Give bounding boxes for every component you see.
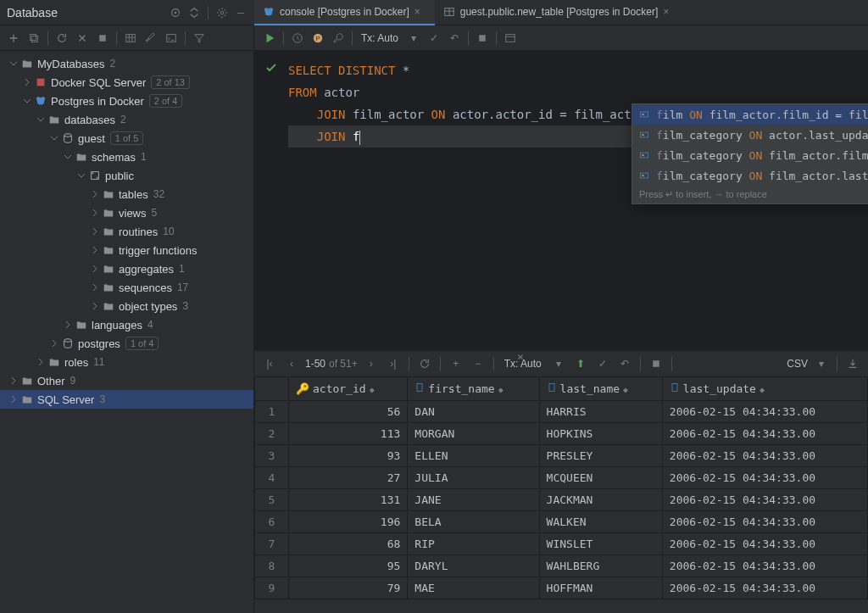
submit-icon[interactable]: ⬆ [572, 355, 589, 372]
cell-last-name[interactable]: WALKEN [539, 511, 662, 533]
chevron-right-icon[interactable] [88, 190, 102, 198]
first-page-icon[interactable]: |‹ [261, 355, 278, 372]
chevron-down-icon[interactable] [61, 153, 75, 161]
tree-node-roles[interactable]: roles 11 [0, 353, 253, 371]
cell-actor-id[interactable]: 196 [289, 511, 408, 533]
commit-icon[interactable]: ✓ [594, 355, 611, 372]
chevron-down-icon[interactable] [20, 97, 34, 105]
cell-last-update[interactable]: 2006-02-15 04:34:33.00 [662, 489, 867, 511]
collapse-all-icon[interactable] [187, 6, 201, 20]
tree-node-languages[interactable]: languages 4 [0, 315, 253, 334]
chevron-down-icon[interactable]: ▾ [550, 355, 567, 372]
history-icon[interactable] [289, 30, 306, 47]
chevron-down-icon[interactable] [34, 115, 47, 124]
cell-last-update[interactable]: 2006-02-15 04:34:33.00 [662, 467, 867, 489]
autocomplete-popup[interactable]: film ON film_actor.film_id = film.film_i… [632, 103, 868, 204]
cell-actor-id[interactable]: 95 [289, 555, 408, 577]
tab-table[interactable]: guest.public.new_table [Postgres in Dock… [435, 0, 683, 25]
refresh-icon[interactable] [416, 355, 433, 372]
sort-icon[interactable]: ◆ [370, 385, 375, 394]
last-page-icon[interactable]: ›| [385, 355, 402, 372]
cell-actor-id[interactable]: 131 [289, 489, 408, 511]
tree-node-other[interactable]: Other 9 [0, 371, 253, 390]
tree-node-aggregates[interactable]: aggregates 1 [0, 259, 253, 278]
cell-last-update[interactable]: 2006-02-15 04:34:33.00 [662, 423, 867, 445]
cell-actor-id[interactable]: 68 [289, 533, 408, 555]
table-row[interactable]: 3 93 ELLEN PRESLEY 2006-02-15 04:34:33.0… [255, 445, 868, 467]
edit-icon[interactable] [142, 30, 159, 47]
table-row[interactable]: 2 113 MORGAN HOPKINS 2006-02-15 04:34:33… [255, 423, 868, 445]
cell-actor-id[interactable]: 93 [289, 445, 408, 467]
tree-node-docker_sql[interactable]: Docker SQL Server 2 of 13 [0, 73, 253, 92]
chevron-right-icon[interactable] [7, 395, 20, 404]
sort-icon[interactable]: ◆ [623, 385, 628, 394]
cell-first-name[interactable]: MORGAN [408, 423, 539, 445]
cell-first-name[interactable]: RIP [408, 533, 539, 555]
refresh-icon[interactable] [53, 30, 70, 47]
stop-icon[interactable] [648, 355, 665, 372]
rollback-icon[interactable]: ↶ [616, 355, 633, 372]
tree-node-object_types[interactable]: object types 3 [0, 297, 253, 315]
console-icon[interactable] [163, 30, 180, 47]
cell-last-name[interactable]: WAHLBERG [539, 555, 662, 577]
cell-last-name[interactable]: HOPKINS [539, 423, 662, 445]
autocomplete-item[interactable]: film ON film_actor.film_id = film.film_i… [632, 104, 868, 125]
column-header-last_name[interactable]: last_name◆ [539, 377, 662, 401]
chevron-right-icon[interactable] [20, 78, 34, 86]
cell-last-update[interactable]: 2006-02-15 04:34:33.00 [662, 511, 867, 533]
chevron-right-icon[interactable] [7, 376, 20, 385]
output-icon[interactable] [502, 30, 519, 47]
tree-node-guest[interactable]: guest 1 of 5 [0, 129, 253, 148]
cell-last-name[interactable]: HARRIS [539, 401, 662, 423]
cell-last-name[interactable]: JACKMAN [539, 489, 662, 511]
chevron-right-icon[interactable] [88, 246, 102, 254]
settings-icon[interactable] [215, 6, 229, 20]
cell-last-update[interactable]: 2006-02-15 04:34:33.00 [662, 533, 867, 555]
table-view-icon[interactable] [122, 30, 139, 47]
tree-node-views[interactable]: views 5 [0, 203, 253, 222]
tree-node-trigger_functions[interactable]: trigger functions [0, 241, 253, 259]
table-row[interactable]: 5 131 JANE JACKMAN 2006-02-15 04:34:33.0… [255, 489, 868, 511]
tree-node-public[interactable]: public [0, 166, 253, 185]
chevron-down-icon[interactable] [47, 134, 61, 142]
cell-actor-id[interactable]: 27 [289, 467, 408, 489]
cell-actor-id[interactable]: 79 [289, 577, 408, 599]
cell-actor-id[interactable]: 113 [289, 423, 408, 445]
stop-icon[interactable] [474, 30, 491, 47]
add-row-icon[interactable]: + [448, 355, 465, 372]
cell-last-name[interactable]: PRESLEY [539, 445, 662, 467]
commit-icon[interactable]: ✓ [426, 30, 442, 47]
run-icon[interactable] [261, 30, 278, 47]
chevron-right-icon[interactable] [47, 339, 61, 348]
stop-icon[interactable] [94, 30, 111, 47]
chevron-right-icon[interactable] [88, 283, 102, 292]
cell-last-update[interactable]: 2006-02-15 04:34:33.00 [662, 401, 867, 423]
tree-node-databases[interactable]: databases 2 [0, 110, 253, 129]
target-icon[interactable] [169, 6, 182, 20]
chevron-right-icon[interactable] [88, 302, 102, 310]
tree-node-postgres[interactable]: Postgres in Docker 2 of 4 [0, 92, 253, 110]
add-icon[interactable] [5, 30, 22, 47]
tree-node-schemas[interactable]: schemas 1 [0, 148, 253, 166]
export-format[interactable]: CSV [787, 358, 808, 370]
cell-last-name[interactable]: HOFFMAN [539, 577, 662, 599]
copy-icon[interactable] [25, 30, 42, 47]
column-header-last_update[interactable]: last_update◆ [662, 377, 867, 401]
cell-last-name[interactable]: WINSLET [539, 533, 662, 555]
remove-row-icon[interactable]: − [470, 355, 487, 372]
cell-first-name[interactable]: DAN [408, 401, 539, 423]
results-grid[interactable]: 🔑actor_id◆first_name◆last_name◆last_upda… [254, 376, 868, 613]
rollback-icon[interactable]: ↶ [446, 30, 463, 47]
tree-node-sequences[interactable]: sequences 17 [0, 278, 253, 297]
tab-console[interactable]: console [Postgres in Docker] × [254, 0, 435, 25]
tree-node-root[interactable]: MyDatabases 2 [0, 54, 253, 73]
cell-first-name[interactable]: ELLEN [408, 445, 539, 467]
cell-last-name[interactable]: MCQUEEN [539, 467, 662, 489]
table-row[interactable]: 4 27 JULIA MCQUEEN 2006-02-15 04:34:33.0… [255, 467, 868, 489]
column-header-actor_id[interactable]: 🔑actor_id◆ [289, 377, 408, 401]
tree-node-routines[interactable]: routines 10 [0, 222, 253, 241]
close-icon[interactable]: × [415, 6, 426, 18]
chevron-down-icon[interactable]: ▾ [405, 30, 422, 47]
prev-page-icon[interactable]: ‹ [283, 355, 300, 372]
autocomplete-item[interactable]: film_category ON film_actor.last_update … [632, 165, 868, 186]
